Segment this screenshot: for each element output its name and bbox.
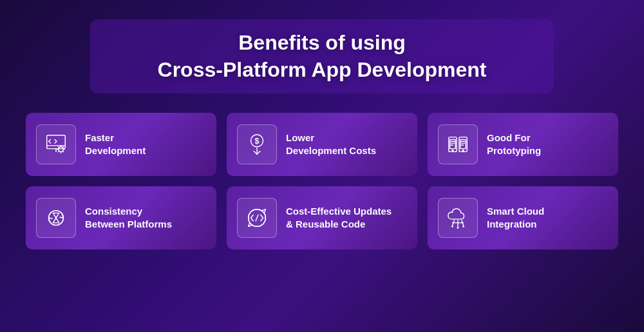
- card-lower-costs: $ LowerDevelopment Costs: [227, 113, 417, 176]
- dollar-down-icon: $: [245, 132, 269, 157]
- svg-line-10: [62, 151, 63, 151]
- prototype-icon: [446, 132, 470, 157]
- svg-line-12: [62, 147, 63, 148]
- svg-point-36: [462, 226, 464, 228]
- consistency-icon-box: [36, 198, 76, 238]
- card-consistency: ConsistencyBetween Platforms: [26, 186, 216, 249]
- consistency-icon: [44, 206, 68, 230]
- reusable-code-icon: [245, 206, 269, 230]
- prototyping-icon-box: [438, 124, 478, 164]
- cloud-label: Smart CloudIntegration: [487, 205, 544, 231]
- title-section: Benefits of using Cross-Platform App Dev…: [90, 19, 554, 93]
- svg-point-21: [462, 150, 464, 151]
- faster-dev-icon-box: [36, 124, 76, 164]
- code-gear-icon: [44, 132, 68, 157]
- cards-grid: FasterDevelopment $ LowerDevelopment Cos…: [26, 113, 618, 249]
- cloud-icon: [446, 206, 470, 230]
- card-prototyping: Good ForPrototyping: [428, 113, 618, 176]
- svg-line-9: [59, 147, 59, 148]
- card-reusable: Cost-Effective Updates& Reusable Code: [227, 186, 417, 249]
- svg-point-35: [457, 227, 459, 229]
- reusable-label: Cost-Effective Updates& Reusable Code: [286, 205, 392, 231]
- svg-point-20: [452, 150, 453, 151]
- svg-rect-19: [460, 140, 466, 149]
- page-title: Benefits of using Cross-Platform App Dev…: [129, 30, 515, 83]
- lower-costs-label: LowerDevelopment Costs: [286, 132, 376, 158]
- svg-line-11: [59, 151, 59, 151]
- consistency-label: ConsistencyBetween Platforms: [85, 205, 172, 231]
- reusable-icon-box: [237, 198, 277, 238]
- card-cloud: Smart CloudIntegration: [428, 186, 618, 249]
- svg-text:$: $: [255, 137, 260, 146]
- svg-point-34: [451, 226, 453, 228]
- svg-rect-18: [450, 140, 456, 149]
- lower-costs-icon-box: $: [237, 124, 277, 164]
- card-faster-dev: FasterDevelopment: [26, 113, 216, 176]
- cloud-icon-box: [438, 198, 478, 238]
- prototyping-label: Good ForPrototyping: [487, 132, 541, 158]
- faster-dev-label: FasterDevelopment: [85, 132, 146, 158]
- svg-line-30: [256, 215, 258, 221]
